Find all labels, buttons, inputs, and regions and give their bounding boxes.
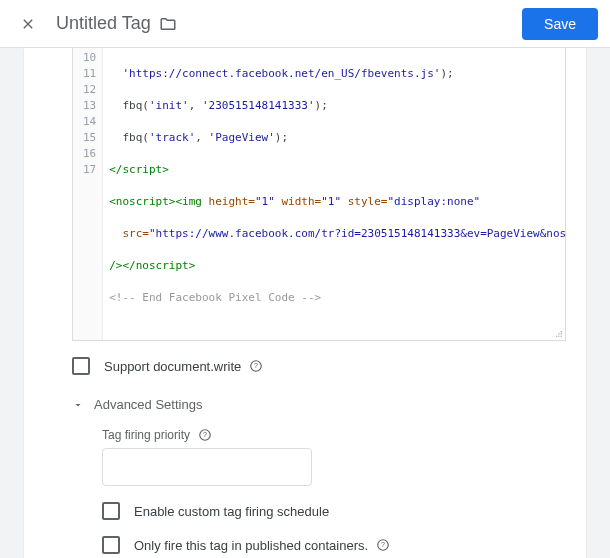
support-docwrite-checkbox[interactable] <box>72 357 90 375</box>
enable-schedule-checkbox[interactable] <box>102 502 120 520</box>
code-gutter: 10 11 12 13 14 15 16 17 <box>73 48 103 340</box>
code-content[interactable]: 'https://connect.facebook.net/en_US/fbev… <box>103 48 565 340</box>
save-button[interactable]: Save <box>522 8 598 40</box>
support-docwrite-label: Support document.write <box>104 359 241 374</box>
priority-input[interactable] <box>102 448 312 486</box>
svg-text:?: ? <box>381 541 385 548</box>
resize-icon <box>549 324 563 338</box>
svg-text:?: ? <box>203 431 207 438</box>
only-published-checkbox[interactable] <box>102 536 120 554</box>
advanced-settings-body: Tag firing priority ? Enable custom tag … <box>24 416 586 558</box>
chevron-down-icon <box>72 399 84 411</box>
advanced-settings-label: Advanced Settings <box>94 397 202 412</box>
help-icon: ? <box>198 428 212 442</box>
dialog-header: Untitled Tag Save <box>0 0 610 48</box>
help-button[interactable]: ? <box>249 359 263 373</box>
advanced-settings-toggle[interactable]: Advanced Settings <box>24 387 586 416</box>
close-button[interactable] <box>12 8 44 40</box>
folder-button[interactable] <box>159 15 177 33</box>
close-icon <box>20 16 36 32</box>
help-button[interactable]: ? <box>198 428 212 442</box>
tag-panel: 10 11 12 13 14 15 16 17 'https://connect… <box>24 48 586 558</box>
resize-handle[interactable] <box>549 324 563 338</box>
only-published-label: Only fire this tag in published containe… <box>134 538 368 553</box>
enable-schedule-label: Enable custom tag firing schedule <box>134 504 329 519</box>
help-icon: ? <box>249 359 263 373</box>
page-title[interactable]: Untitled Tag <box>56 13 151 34</box>
svg-text:?: ? <box>254 362 258 369</box>
folder-icon <box>159 15 177 33</box>
priority-label: Tag firing priority ? <box>102 428 566 442</box>
help-icon: ? <box>376 538 390 552</box>
help-button[interactable]: ? <box>376 538 390 552</box>
code-editor[interactable]: 10 11 12 13 14 15 16 17 'https://connect… <box>72 48 566 341</box>
